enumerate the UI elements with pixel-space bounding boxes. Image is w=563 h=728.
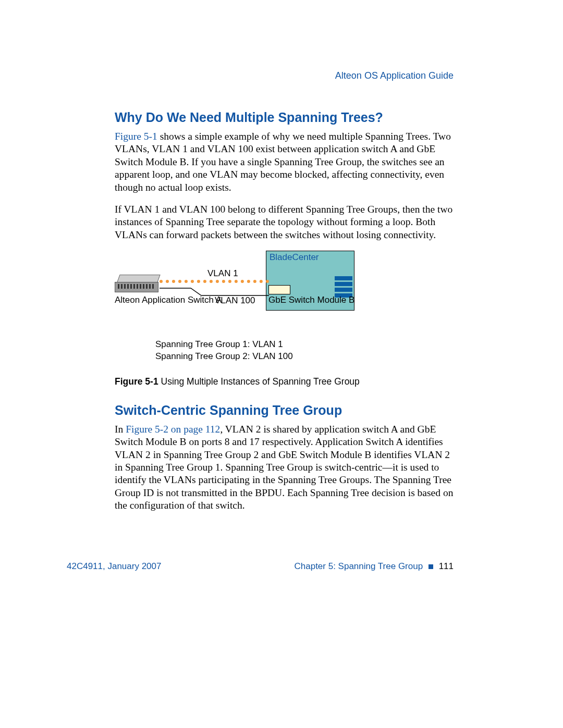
diagram: BladeCenter VLAN 1 VLAN 100: [115, 251, 341, 337]
label-switch-a: Alteon Application Switch A: [115, 295, 188, 305]
para-why-2: If VLAN 1 and VLAN 100 belong to differe…: [115, 203, 454, 241]
footer-docid: 42C4911, January 2007: [67, 561, 161, 572]
alteon-switch-icon: [115, 275, 161, 293]
stg-line-1: Spanning Tree Group 1: VLAN 1: [155, 339, 454, 351]
stg-line-2: Spanning Tree Group 2: VLAN 100: [155, 351, 454, 363]
para-sc-pre: In: [115, 424, 126, 435]
footer-chapter: Chapter 5: Spanning Tree Group 111: [294, 561, 454, 572]
figure-caption-text: Using Multiple Instances of Spanning Tre…: [158, 376, 360, 387]
label-vlan1: VLAN 1: [207, 268, 238, 279]
xref-figure-5-1[interactable]: Figure 5-1: [115, 131, 157, 142]
xref-figure-5-2[interactable]: Figure 5-2 on page 112: [126, 424, 220, 435]
heading-switch-centric-stg: Switch-Centric Spanning Tree Group: [115, 403, 454, 418]
para-switch-centric: In Figure 5-2 on page 112, VLAN 2 is sha…: [115, 423, 454, 512]
heading-why-multiple-spanning-trees: Why Do We Need Multiple Spanning Trees?: [115, 110, 454, 125]
para-why-1: Figure 5-1 shows a simple example of why…: [115, 130, 454, 194]
vlan1-link-icon: [160, 280, 269, 283]
footer-chapter-text: Chapter 5: Spanning Tree Group: [294, 561, 423, 571]
para-sc-rest: , VLAN 2 is shared by application switch…: [115, 424, 453, 511]
label-gbe-module-b: GbE Switch Module B: [268, 295, 331, 305]
port-slot-icon: [268, 285, 290, 294]
bladecenter-label: BladeCenter: [270, 252, 319, 263]
page: Alteon OS Application Guide Why Do We Ne…: [0, 0, 563, 728]
page-footer: 42C4911, January 2007 Chapter 5: Spannin…: [67, 561, 454, 572]
footer-page-number: 111: [439, 561, 454, 571]
figure-5-1: BladeCenter VLAN 1 VLAN 100: [115, 251, 454, 387]
figure-caption: Figure 5-1 Using Multiple Instances of S…: [115, 376, 454, 387]
module-bars-icon: [335, 276, 352, 298]
stg-legend: Spanning Tree Group 1: VLAN 1 Spanning T…: [155, 339, 454, 363]
figure-number: Figure 5-1: [115, 376, 158, 387]
running-header: Alteon OS Application Guide: [115, 70, 454, 81]
footer-square-icon: [429, 564, 433, 569]
para-why-1-text: shows a simple example of why we need mu…: [115, 131, 451, 193]
